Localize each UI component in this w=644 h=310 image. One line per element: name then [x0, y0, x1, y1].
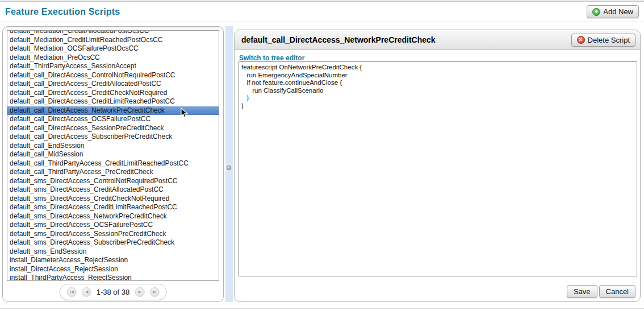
page-title: Feature Execution Scripts	[5, 7, 120, 17]
next-page-button[interactable]: ▶	[135, 287, 144, 297]
list-item[interactable]: install_DirectAccess_RejectSession	[7, 265, 219, 274]
list-item[interactable]: default_call_DirectAccess_CreditCheckNot…	[7, 89, 219, 98]
prev-page-button[interactable]: ◀	[82, 287, 91, 297]
page-range-label: 1-38 of 38	[97, 288, 130, 296]
editor-title: default_call_DirectAccess_NetworkPreCred…	[241, 35, 571, 44]
list-item[interactable]: default_call_MidSession	[7, 150, 219, 159]
list-item[interactable]: default_call_DirectAccess_SubscriberPreC…	[7, 133, 219, 142]
first-page-icon: |◀	[70, 290, 73, 294]
script-list-panel: default_Mediation_CreditAllocatedPostOcs…	[2, 26, 224, 302]
add-new-button[interactable]: + Add New	[587, 5, 639, 18]
list-item[interactable]: default_Mediation_PreOcsCC	[7, 53, 219, 63]
first-page-button[interactable]: |◀	[67, 287, 77, 297]
switch-to-tree-editor-link[interactable]: Switch to tree editor	[239, 54, 304, 62]
list-item[interactable]: default_ThirdPartyAccess_SessionAccept	[7, 62, 219, 71]
panel-splitter[interactable]	[225, 26, 233, 302]
list-item[interactable]: default_Mediation_CreditAllocatedPostOcs…	[7, 30, 219, 36]
list-item[interactable]: default_sms_DirectAccess_CreditCheckNotR…	[7, 195, 219, 204]
prev-page-icon: ◀	[85, 290, 87, 294]
list-item[interactable]: default_call_DirectAccess_ControlNotRequ…	[7, 71, 219, 80]
list-item[interactable]: install_DiameterAccess_RejectSession	[7, 256, 219, 265]
list-item[interactable]: default_sms_DirectAccess_SubscriberPreCr…	[7, 238, 219, 247]
list-item[interactable]: default_sms_DirectAccess_OCSFailurePostC…	[7, 221, 219, 230]
list-item[interactable]: default_call_DirectAccess_OCSFailurePost…	[7, 115, 219, 124]
script-code-textarea[interactable]: featurescript OnNetworkPreCreditCheck { …	[239, 61, 637, 276]
delete-script-button-label: Delete Script	[588, 36, 630, 44]
list-item[interactable]: default_sms_DirectAccess_NetworkPreCredi…	[7, 212, 219, 221]
last-page-button[interactable]: ▶|	[149, 287, 159, 297]
list-item[interactable]: default_call_DirectAccess_CreditAllocate…	[7, 80, 219, 89]
next-page-icon: ▶	[139, 290, 141, 294]
plus-icon: +	[592, 8, 600, 16]
pagination: |◀ ◀ 1-38 of 38 ▶ ▶|	[60, 284, 167, 300]
list-item[interactable]: default_sms_DirectAccess_CreditLimitReac…	[7, 203, 219, 212]
script-list[interactable]: default_Mediation_CreditAllocatedPostOcs…	[7, 30, 219, 281]
list-item[interactable]: default_sms_DirectAccess_SessionPreCredi…	[7, 230, 219, 239]
list-item[interactable]: default_call_ThirdPartyAccess_PreCreditC…	[7, 168, 219, 177]
list-item[interactable]: default_sms_EndSession	[7, 247, 219, 257]
list-item[interactable]: default_sms_DirectAccess_CreditAllocated…	[7, 185, 219, 195]
list-item[interactable]: default_call_DirectAccess_CreditLimitRea…	[7, 97, 219, 106]
delete-icon: ✕	[577, 36, 585, 44]
window-bottom-divider	[0, 308, 644, 309]
splitter-handle-icon[interactable]	[227, 166, 231, 170]
save-button[interactable]: Save	[567, 285, 597, 298]
editor-panel: default_call_DirectAccess_NetworkPreCred…	[234, 30, 641, 302]
list-item[interactable]: default_sms_DirectAccess_ControlNotRequi…	[7, 177, 219, 186]
list-item[interactable]: default_Mediation_OCSFailurePostOcsCC	[7, 44, 219, 53]
editor-header: default_call_DirectAccess_NetworkPreCred…	[235, 30, 640, 50]
list-item[interactable]: install_ThirdPartyAccess_RejectSession	[7, 274, 219, 281]
add-new-button-label: Add New	[603, 7, 633, 16]
list-item[interactable]: default_call_DirectAccess_NetworkPreCred…	[7, 106, 219, 115]
last-page-icon: ▶|	[153, 290, 156, 294]
list-item[interactable]: default_Mediation_CreditLimitReachedPost…	[7, 36, 219, 45]
list-item[interactable]: default_call_EndSession	[7, 142, 219, 151]
delete-script-button[interactable]: ✕ Delete Script	[571, 34, 635, 47]
list-item[interactable]: default_call_ThirdPartyAccess_CreditLimi…	[7, 159, 219, 168]
list-item[interactable]: default_call_DirectAccess_SessionPreCred…	[7, 124, 219, 133]
cancel-button[interactable]: Cancel	[599, 285, 635, 298]
page-header: Feature Execution Scripts + Add New	[0, 2, 644, 22]
